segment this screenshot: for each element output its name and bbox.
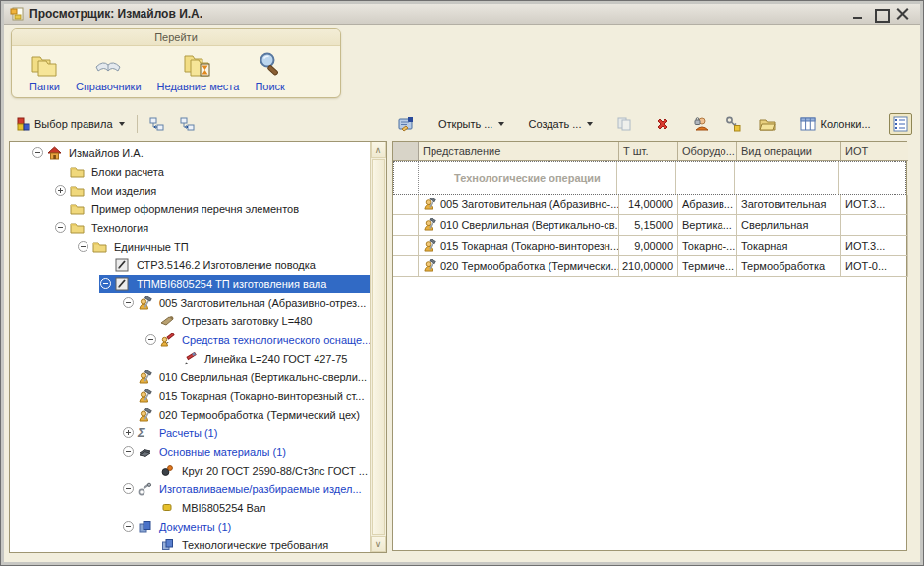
show-folder-button[interactable] — [752, 113, 782, 135]
table-group-row[interactable]: Технологические операции — [393, 161, 906, 195]
tree-item-folder[interactable]: Технология — [10, 218, 370, 237]
collapse-expander-icon[interactable] — [78, 241, 88, 252]
tree-item-folder[interactable]: Мои изделия — [10, 181, 370, 199]
collapse-expander-icon[interactable] — [55, 222, 66, 233]
tree-item-part[interactable]: МВI6805254 Вал — [10, 498, 370, 517]
header-t-pcs[interactable]: Т шт. — [619, 142, 678, 161]
toolbar-separator — [137, 115, 138, 133]
table-row[interactable]: 015 Токарная (Токарно-винторезн... 9,000… — [393, 236, 906, 256]
maximize-button[interactable] — [874, 8, 888, 21]
tree-item-tool[interactable]: Линейка L=240 ГОСТ 427-75 — [10, 349, 370, 368]
folders-button[interactable]: Папки — [22, 49, 68, 93]
rule-selector-button[interactable]: Выбор правила — [11, 114, 131, 134]
tree-item-techprocess-selected[interactable]: ТПМВI6805254 ТП изготовления вала — [10, 274, 370, 293]
cell-operation-kind: Термообработка — [737, 256, 841, 277]
book-icon — [92, 50, 124, 80]
tree-toolbar: Выбор правила — [11, 111, 384, 137]
close-button[interactable] — [896, 8, 910, 21]
rule-selector-label: Выбор правила — [34, 118, 113, 130]
operations-table-panel: Представление Т шт. Оборудо... Вид опера… — [392, 141, 907, 551]
tree-item-folder[interactable]: Единичные ТП — [10, 237, 370, 255]
user-access-icon — [693, 116, 710, 132]
columns-button[interactable]: Колонки... — [794, 114, 876, 134]
open-button[interactable]: Открыть ... — [433, 115, 510, 133]
table-row[interactable]: 010 Сверлильная (Вертикально-св... 5,150… — [393, 215, 906, 236]
copy-button[interactable] — [610, 113, 638, 135]
tree-item-techprocess[interactable]: СТР3.5146.2 Изготовление поводка — [10, 255, 370, 274]
navigation-tree-panel: Измайлов И.А. Блоки расчета — [9, 141, 387, 553]
cell-t-pcs: 5,15000 — [619, 215, 678, 236]
tree-item-operation[interactable]: 020 Термообработка (Термический цех) — [10, 405, 370, 424]
house-icon — [47, 146, 62, 160]
tree-item-operation[interactable]: 010 Сверлильная (Вертикально-сверли... — [10, 368, 370, 386]
tree-item-operation[interactable]: 005 Заготовительная (Абразивно-отрез... — [10, 293, 370, 311]
operation-icon — [138, 408, 152, 422]
pen-tool-button[interactable] — [916, 113, 924, 135]
open-button-label: Открыть ... — [438, 118, 492, 130]
operation-icon — [423, 239, 437, 253]
header-representation[interactable]: Представление — [419, 142, 619, 161]
expand-expander-icon[interactable] — [55, 185, 66, 196]
cell-t-pcs: 14,00000 — [619, 195, 678, 215]
chevron-down-icon — [119, 122, 125, 126]
table-row[interactable]: 005 Заготовительная (Абразивно-... 14,00… — [393, 195, 906, 215]
tree-item-user-root[interactable]: Измайлов И.А. — [10, 143, 370, 162]
create-button[interactable]: Создать ... — [522, 115, 599, 133]
folders-button-label: Папки — [29, 81, 60, 92]
tree-item-assemblies[interactable]: Изготавливаемые/разбираемые издел... — [10, 480, 370, 498]
delete-button[interactable] — [650, 114, 675, 134]
navigation-tree: Измайлов И.А. Блоки расчета — [10, 142, 370, 552]
collapse-expander-icon[interactable] — [123, 297, 134, 308]
cell-t-pcs: 9,00000 — [619, 236, 678, 256]
folder-icon — [70, 202, 85, 216]
tree-item-materials[interactable]: Основные материалы (1) — [10, 442, 370, 461]
tooling-icon — [160, 333, 175, 347]
tree-item-calculations[interactable]: Σ Расчеты (1) — [10, 424, 370, 442]
tree-item-documents[interactable]: Документы (1) — [10, 517, 370, 536]
collapse-expander-icon[interactable] — [123, 521, 134, 532]
tree-item-transition[interactable]: Отрезать заготовку L=480 — [10, 311, 370, 330]
recent-places-button[interactable]: Недавние места — [149, 49, 248, 93]
operation-icon — [423, 218, 437, 232]
tree-item-document[interactable]: Технологические требования — [10, 536, 370, 552]
collapse-branch-button[interactable] — [174, 114, 201, 134]
collapse-expander-icon[interactable] — [32, 147, 43, 158]
tree-item-operation[interactable]: 015 Токарная (Токарно-винторезный ст... — [10, 386, 370, 405]
tree-item-folder[interactable]: Блоки расчета — [10, 162, 370, 181]
expand-branch-button[interactable] — [144, 114, 170, 134]
collapse-expander-icon[interactable] — [145, 334, 156, 345]
search-button[interactable]: Поиск — [247, 49, 292, 93]
table-header-row: Представление Т шт. Оборудо... Вид опера… — [393, 142, 906, 161]
recent-places-button-label: Недавние места — [157, 81, 240, 92]
scroll-down-button[interactable]: ∨ — [371, 536, 386, 552]
header-operation-kind[interactable]: Вид операции — [737, 142, 841, 161]
collapse-expander-icon[interactable] — [123, 483, 134, 494]
cell-equipment: Токарно-... — [678, 236, 737, 256]
access-rights-button[interactable] — [687, 113, 716, 135]
open-card-button[interactable] — [392, 113, 421, 135]
tree-item-material[interactable]: Круг 20 ГОСТ 2590-88/Ст3пс ГОСТ ... — [10, 461, 370, 480]
header-selector-cell[interactable] — [393, 142, 419, 161]
folder-icon — [70, 184, 85, 198]
operation-icon — [423, 259, 437, 273]
table-row[interactable]: 020 Термообработка (Термически... 210,00… — [393, 256, 906, 277]
tree-scrollbar[interactable]: ∧ ∨ — [370, 142, 386, 552]
document-icon — [160, 538, 175, 552]
collapse-expander-icon[interactable] — [100, 278, 111, 289]
tree-item-folder[interactable]: Пример оформления перечня элементов — [10, 199, 370, 218]
scroll-up-button[interactable]: ∧ — [371, 142, 386, 158]
link-settings-button[interactable] — [720, 113, 748, 135]
scrollbar-thumb[interactable] — [372, 159, 385, 535]
header-iot[interactable]: ИОТ — [841, 142, 908, 161]
catalogs-button[interactable]: Справочники — [68, 49, 149, 93]
list-view-toggle[interactable] — [889, 113, 912, 135]
techprocess-icon — [115, 258, 130, 272]
expand-expander-icon[interactable] — [123, 427, 134, 438]
minimize-button[interactable] — [851, 8, 865, 21]
header-equipment[interactable]: Оборудо... — [678, 142, 737, 161]
collapse-expander-icon[interactable] — [123, 446, 134, 457]
operation-icon — [423, 198, 437, 211]
copy-icon — [616, 116, 632, 132]
title-bar[interactable]: Просмотрщик: Измайлов И.А. — [4, 4, 920, 25]
tree-item-tooling-group[interactable]: Средства технологического оснаще... — [10, 330, 370, 349]
